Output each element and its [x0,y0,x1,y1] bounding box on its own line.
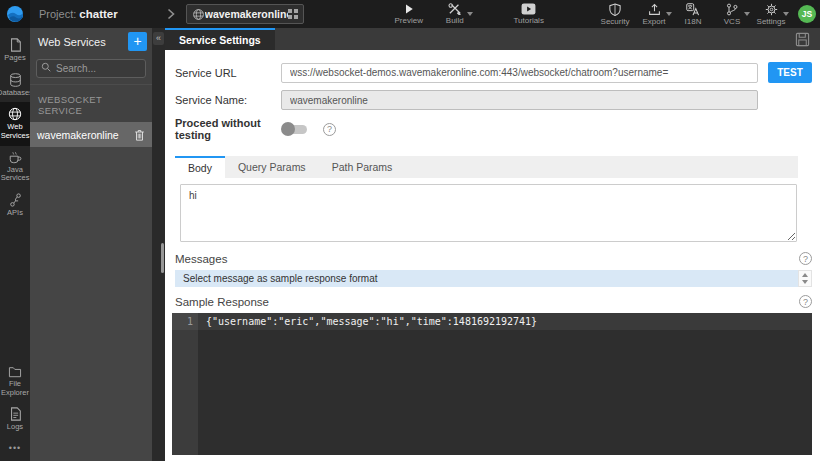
service-url-input[interactable] [281,63,758,83]
request-tabs: Body Query Params Path Params [175,156,798,178]
caret-down-icon [783,12,789,16]
editor-tab-bar: Service Settings [165,28,820,50]
proceed-toggle[interactable] [281,121,309,137]
grid-icon [288,9,298,19]
save-button[interactable] [795,28,810,50]
test-button[interactable]: TEST [768,62,812,83]
user-avatar[interactable]: JS [798,5,816,23]
tutorials-button[interactable]: Tutorials [512,3,546,25]
top-right-nav: Security I18N Export I18N [598,3,816,26]
globe-icon [192,8,205,21]
main-area: Service Settings Service URL TEST Se [165,28,820,461]
sample-response-help-icon[interactable]: ? [799,295,812,308]
service-tab-label: wavemakeronline [205,8,288,20]
top-nav: Preview Build Tutorials [392,3,546,25]
caret-down-icon [467,12,473,16]
proceed-help-icon[interactable]: ? [323,123,336,136]
wavemaker-logo[interactable] [0,0,30,28]
sample-response-header-row: Sample Response ? [175,295,812,308]
sidebar-item-apis[interactable]: APIs [0,188,30,223]
save-floppy-icon [795,32,810,47]
sample-response-editor[interactable]: 1 {"username":"eric","message":"hi","tim… [172,313,812,455]
service-url-label: Service URL [175,67,281,79]
wavemaker-logo-icon [6,5,24,23]
messages-label: Messages [175,253,227,265]
open-service-tab[interactable]: wavemakeronline [186,4,304,24]
rail-spacer [0,222,30,361]
panel-header: Web Services + [30,28,152,55]
sidebar-item-web-services[interactable]: Web Services [0,102,30,145]
pages-icon [9,38,22,52]
sidebar-item-logs[interactable]: Logs [0,402,30,437]
collapse-panel-button[interactable]: « [153,32,164,45]
tab-body[interactable]: Body [175,156,225,178]
tab-service-settings[interactable]: Service Settings [165,28,275,50]
service-url-row: Service URL TEST [175,62,812,83]
web-services-panel: Web Services + WEBSOCKET SERVICE wavemak… [30,28,152,461]
body-message-textarea[interactable]: hi [180,184,797,242]
security-button[interactable]: Security [598,3,632,26]
sidebar-item-pages[interactable]: Pages [0,33,30,68]
sidebar-item-java-services[interactable]: Java Services [0,146,30,188]
log-file-icon [9,407,22,421]
video-icon [521,3,536,15]
scroll-up-icon[interactable] [802,273,808,277]
branch-icon [726,3,738,16]
messages-scrollbar[interactable] [798,270,812,287]
trash-icon[interactable] [134,129,145,141]
messages-select-row: Select message as sample response format [175,270,812,287]
service-name-label: Service Name: [175,94,281,106]
tab-path-params[interactable]: Path Params [319,156,406,178]
preview-button[interactable]: Preview [392,3,426,25]
messages-help-icon[interactable]: ? [799,252,812,265]
i18n-button[interactable]: I18N [676,3,710,26]
project-breadcrumb: Project: chatter [39,8,118,20]
sample-response-label: Sample Response [175,296,269,308]
folder-icon [8,366,22,378]
export-button[interactable]: I18N Export [637,3,671,26]
panel-title: Web Services [38,36,128,48]
code-line-1: {"username":"eric","message":"hi","time"… [198,313,812,330]
search-input[interactable] [36,59,146,78]
vcs-button[interactable]: VCS [715,3,749,26]
service-settings-form: Service URL TEST Service Name: Proceed w… [165,50,820,461]
editor-code-area[interactable]: {"username":"eric","message":"hi","time"… [198,313,812,455]
play-icon [403,3,415,15]
add-service-button[interactable]: + [128,32,147,51]
tab-query-params[interactable]: Query Params [225,156,319,178]
toggle-knob [281,122,295,136]
service-name-row: Service Name: [175,90,812,110]
editor-gutter: 1 [172,313,198,455]
coffee-cup-icon [8,151,22,164]
translate-icon [686,3,700,16]
export-upload-icon [648,3,661,16]
select-message-hint[interactable]: Select message as sample response format [175,270,798,287]
shield-icon [609,3,621,16]
left-rail: Pages Databases Web Services [0,28,30,461]
database-icon [9,73,22,87]
service-list-item-wavemakeronline[interactable]: wavemakeronline [30,122,152,147]
build-button[interactable]: Build [438,3,472,25]
proceed-row: Proceed without testing ? [175,117,812,141]
service-name-input[interactable] [281,90,758,110]
messages-header-row: Messages ? [175,252,812,265]
project-name: chatter [79,8,117,20]
more-options-icon[interactable]: ••• [0,437,30,461]
settings-button[interactable]: Settings [754,3,788,26]
search-icon [41,62,51,72]
sidebar-item-file-explorer[interactable]: File Explorer [0,361,30,402]
build-tools-icon [448,3,462,15]
scroll-down-icon[interactable] [802,280,808,284]
api-nodes-icon [9,193,22,207]
sidebar-item-databases[interactable]: Databases [0,68,30,103]
proceed-without-testing-label: Proceed without testing [175,117,281,141]
websocket-service-section-header: WEBSOCKET SERVICE [30,84,152,122]
globe-icon [8,107,22,121]
project-label: Project: [39,8,76,20]
line-number: 1 [172,313,198,330]
service-search [36,58,146,78]
panel-empty-area [30,147,152,461]
divider-drag-handle[interactable] [161,243,164,273]
panel-divider: « [152,28,165,461]
top-bar: Project: chatter wavemakeronline Preview [0,0,820,28]
